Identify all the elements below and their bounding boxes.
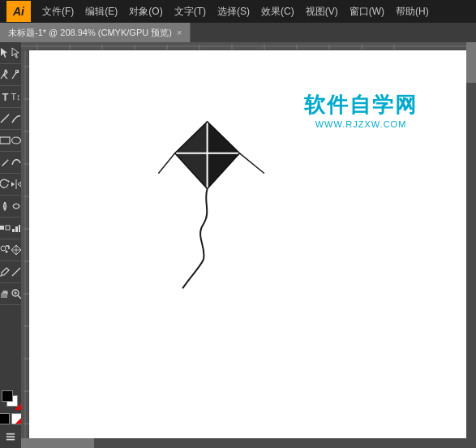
menu-view[interactable]: 视图(V)	[301, 3, 343, 20]
svg-marker-0	[1, 48, 7, 58]
svg-marker-1	[12, 48, 19, 58]
column-graph-tool-button[interactable]	[11, 219, 21, 237]
watermark: 软件自学网 WWW.RJZXW.COM	[304, 91, 418, 129]
eyedropper-tools-group	[0, 263, 21, 283]
vertical-scrollbar[interactable]	[466, 50, 476, 438]
svg-rect-34	[6, 433, 15, 435]
type-tool-button[interactable]: T	[0, 88, 11, 106]
anchor-tool-button[interactable]	[11, 66, 21, 84]
menu-bar: 文件(F) 编辑(E) 对象(O) 文字(T) 选择(S) 效果(C) 视图(V…	[37, 3, 470, 20]
shape-tools-group	[0, 131, 21, 152]
pencil-tools-group	[0, 153, 21, 174]
svg-marker-63	[175, 122, 208, 189]
title-bar: Ai 文件(F) 编辑(E) 对象(O) 文字(T) 选择(S) 效果(C) 视…	[0, 0, 476, 23]
arc-tool-button[interactable]	[11, 110, 21, 127]
svg-line-26	[12, 274, 14, 276]
svg-point-17	[1, 246, 6, 251]
swap-icon	[15, 403, 21, 410]
svg-rect-3	[16, 71, 19, 73]
tab-close-button[interactable]: ×	[177, 28, 182, 37]
menu-effect[interactable]: 效果(C)	[256, 3, 299, 20]
black-swatch[interactable]	[0, 413, 10, 424]
ruler-top	[21, 42, 466, 50]
width-tool-button[interactable]	[0, 197, 11, 215]
pencil-tool-button[interactable]	[0, 153, 11, 171]
svg-rect-33	[6, 439, 15, 441]
direct-select-tool-button[interactable]	[11, 44, 21, 62]
white-swatch[interactable]	[11, 413, 21, 424]
svg-line-24	[1, 275, 2, 277]
navigation-tools-group	[0, 285, 21, 305]
rectangle-tool-button[interactable]	[0, 131, 11, 149]
ruler-left	[21, 50, 29, 438]
svg-point-18	[6, 251, 8, 253]
warp-tools-group	[0, 197, 21, 218]
tab-title: 未标题-1* @ 208.94% (CMYK/GPU 预览)	[8, 27, 172, 39]
type-tools-group: T T↕	[0, 88, 21, 108]
rotate-tool-button[interactable]	[0, 175, 11, 193]
toolbar: T T↕	[0, 42, 21, 448]
svg-rect-5	[0, 137, 10, 144]
smooth-tool-button[interactable]	[11, 153, 21, 171]
svg-rect-12	[0, 226, 4, 230]
vertical-type-tool-button[interactable]: T↕	[11, 88, 21, 106]
color-section	[0, 387, 21, 426]
vertical-scroll-thumb[interactable]	[466, 50, 476, 83]
pen-tool-button[interactable]	[0, 66, 11, 84]
perspective-grid-button[interactable]	[11, 241, 21, 259]
foreground-color-swatch	[2, 390, 13, 402]
svg-line-27	[15, 271, 17, 273]
transform-tools-group	[0, 175, 21, 196]
warp-tool-button[interactable]	[11, 197, 21, 215]
ellipse-tool-button[interactable]	[11, 131, 21, 149]
select-tool-button[interactable]	[0, 44, 11, 62]
horizontal-scroll-thumb[interactable]	[29, 438, 94, 448]
svg-rect-13	[6, 226, 10, 230]
ruler-marks-top	[21, 42, 466, 50]
svg-marker-9	[11, 182, 15, 187]
art-board: 软件自学网 WWW.RJZXW.COM	[29, 50, 466, 438]
scrollbar-corner	[466, 438, 476, 448]
pen-tools-group	[0, 66, 21, 86]
menu-text[interactable]: 文字(T)	[169, 3, 211, 20]
line-tool-button[interactable]	[0, 110, 11, 127]
svg-line-69	[240, 153, 264, 173]
menu-file[interactable]: 文件(F)	[37, 3, 79, 20]
svg-marker-7	[7, 180, 10, 183]
menu-object[interactable]: 对象(O)	[124, 3, 167, 20]
svg-line-68	[159, 153, 175, 173]
menu-help[interactable]: 帮助(H)	[391, 3, 434, 20]
watermark-main-text: 软件自学网	[304, 91, 418, 119]
svg-point-2	[5, 70, 7, 72]
svg-rect-14	[12, 229, 15, 232]
svg-rect-15	[15, 226, 18, 232]
reflect-tool-button[interactable]	[11, 175, 21, 193]
selection-tools-group	[0, 44, 21, 64]
hand-tool-button[interactable]	[0, 285, 11, 303]
svg-rect-16	[19, 225, 20, 232]
watermark-sub-text: WWW.RJZXW.COM	[304, 119, 418, 129]
tab-bar: 未标题-1* @ 208.94% (CMYK/GPU 预览) ×	[0, 23, 476, 42]
measure-tool-button[interactable]	[11, 263, 21, 281]
menu-select[interactable]: 选择(S)	[212, 3, 255, 20]
line-tools-group	[0, 110, 21, 130]
svg-rect-32	[6, 436, 15, 437]
graph-tools-group	[0, 219, 21, 239]
eyedropper-tool-button[interactable]	[0, 263, 11, 281]
zoom-tool-button[interactable]	[11, 285, 21, 303]
color-swatches[interactable]	[0, 389, 21, 410]
edit-toolbar-button[interactable]	[2, 429, 19, 446]
svg-point-6	[12, 137, 21, 144]
canvas-area: 软件自学网 WWW.RJZXW.COM	[21, 42, 476, 448]
horizontal-scrollbar[interactable]	[29, 438, 466, 448]
document-tab[interactable]: 未标题-1* @ 208.94% (CMYK/GPU 预览) ×	[0, 23, 191, 42]
symbol-sprayer-button[interactable]	[0, 241, 11, 259]
symbol-tools-group	[0, 241, 21, 261]
svg-line-4	[1, 114, 9, 123]
menu-window[interactable]: 窗口(W)	[345, 3, 389, 20]
app-logo: Ai	[6, 1, 31, 22]
main-layout: T T↕	[0, 42, 476, 448]
blend-tool-button[interactable]	[0, 219, 11, 237]
ruler-marks-left	[21, 50, 29, 438]
menu-edit[interactable]: 编辑(E)	[80, 3, 122, 20]
